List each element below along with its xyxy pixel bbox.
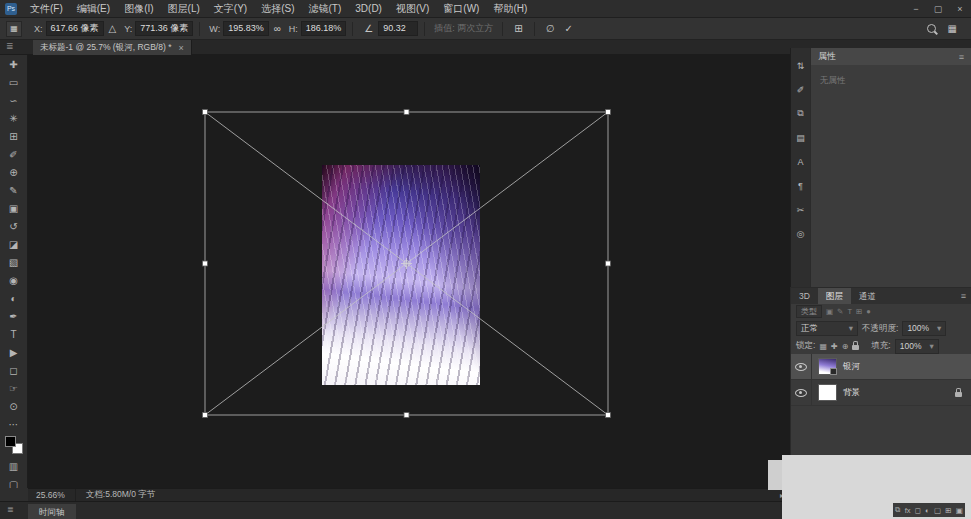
width-input[interactable]: 195.83% <box>223 21 269 36</box>
lock-all-icon[interactable] <box>852 345 859 350</box>
transform-handle[interactable] <box>404 413 409 418</box>
tab-channels[interactable]: 通道 <box>851 288 884 304</box>
link-layers-icon[interactable]: ⧉ <box>895 505 900 515</box>
close-button[interactable]: × <box>949 0 971 18</box>
transform-handle[interactable] <box>203 110 208 115</box>
quick-mask-button[interactable]: ▥ <box>0 457 28 475</box>
layer-name[interactable]: 银河 <box>843 361 860 373</box>
adjustment-layer-icon[interactable]: ◐ <box>925 506 930 515</box>
menu-file[interactable]: 文件(F) <box>23 0 70 18</box>
timeline-menu-icon[interactable]: ≣ <box>7 505 14 514</box>
x-input[interactable]: 617.66 像素 <box>46 21 104 36</box>
layer-row-galaxy[interactable]: 银河 <box>791 354 971 380</box>
clone-source-panel-icon[interactable]: ⧉ <box>793 106 809 121</box>
angle-input[interactable]: 90.32 <box>378 21 418 36</box>
move-tool[interactable]: ✚ <box>0 55 28 73</box>
tab-bar-menu-icon[interactable]: ≣ <box>6 41 14 51</box>
hand-tool[interactable]: ☞ <box>0 379 28 397</box>
filter-type-icon[interactable]: T <box>847 307 852 316</box>
foreground-color-swatch[interactable] <box>5 436 16 447</box>
zoom-tool[interactable]: ⊙ <box>0 397 28 415</box>
lock-transparency-icon[interactable]: ▦ <box>819 342 827 351</box>
path-selection-tool[interactable]: ▶ <box>0 343 28 361</box>
new-layer-icon[interactable]: ⊞ <box>945 506 951 515</box>
document-tab[interactable]: 未标题-1 @ 25.7% (银河, RGB/8) * × <box>33 40 192 55</box>
fill-dropdown[interactable]: 100% ▾ <box>895 339 939 354</box>
lasso-tool[interactable]: ∽ <box>0 91 28 109</box>
y-input[interactable]: 771.36 像素 <box>135 21 193 36</box>
blur-tool[interactable]: ◉ <box>0 271 28 289</box>
opacity-dropdown[interactable]: 100% ▾ <box>902 321 946 336</box>
layer-effects-icon[interactable]: fx <box>905 506 911 515</box>
marquee-tool[interactable]: ▭ <box>0 73 28 91</box>
lock-image-icon[interactable]: ⊕ <box>842 342 849 351</box>
relative-position-icon[interactable]: △ <box>109 23 117 34</box>
edit-toolbar-button[interactable]: ⋯ <box>0 415 28 433</box>
commit-transform-button[interactable]: ✓ <box>564 23 572 34</box>
height-input[interactable]: 186.18% <box>301 21 347 36</box>
shape-tool[interactable]: ◻ <box>0 361 28 379</box>
pen-tool[interactable]: ✒ <box>0 307 28 325</box>
panel-menu-icon[interactable]: ≡ <box>959 52 964 62</box>
panel-menu-icon[interactable]: ≡ <box>961 291 971 301</box>
brush-tool[interactable]: ✎ <box>0 181 28 199</box>
history-brush-tool[interactable]: ↺ <box>0 217 28 235</box>
history-panel-icon[interactable]: ⇅ <box>793 58 809 73</box>
transform-handle[interactable] <box>203 413 208 418</box>
foreground-background-swatches[interactable] <box>0 433 28 457</box>
minimize-button[interactable]: − <box>905 0 927 18</box>
dodge-tool[interactable]: ◐ <box>0 289 28 307</box>
cancel-transform-button[interactable]: ∅ <box>546 23 555 34</box>
transform-handle[interactable] <box>606 261 611 266</box>
link-dimensions-icon[interactable]: ∞ <box>274 23 281 34</box>
type-tool[interactable]: T <box>0 325 28 343</box>
reference-point-icon[interactable]: ▦ <box>6 21 22 37</box>
menu-window[interactable]: 窗口(W) <box>436 0 486 18</box>
zoom-level-field[interactable]: 25.66% <box>28 490 75 500</box>
transform-handle[interactable] <box>404 110 409 115</box>
quick-selection-tool[interactable]: ✳ <box>0 109 28 127</box>
filter-pixel-icon[interactable]: ▣ <box>826 307 833 316</box>
filter-shape-icon[interactable]: ⊞ <box>856 307 862 316</box>
eraser-tool[interactable]: ◪ <box>0 235 28 253</box>
timeline-tab[interactable]: 时间轴 <box>28 504 76 519</box>
menu-help[interactable]: 帮助(H) <box>486 0 534 18</box>
transform-reference-point[interactable] <box>401 258 412 269</box>
layer-row-background[interactable]: 背景 <box>791 380 971 406</box>
menu-image[interactable]: 图像(I) <box>117 0 160 18</box>
menu-view[interactable]: 视图(V) <box>389 0 436 18</box>
restore-button[interactable]: ▢ <box>927 0 949 18</box>
healing-brush-tool[interactable]: ⊕ <box>0 163 28 181</box>
lock-position-icon[interactable]: ✚ <box>831 342 838 351</box>
menu-filter[interactable]: 滤镜(T) <box>302 0 349 18</box>
transform-handle[interactable] <box>606 110 611 115</box>
tab-close-icon[interactable]: × <box>178 43 183 53</box>
blend-mode-dropdown[interactable]: 正常 ▾ <box>796 321 858 336</box>
search-icon[interactable] <box>927 24 936 33</box>
eyedropper-tool[interactable]: ✐ <box>0 145 28 163</box>
layer-group-icon[interactable]: ▢ <box>934 506 941 515</box>
filter-adjustment-icon[interactable]: ✎ <box>837 307 843 316</box>
menu-select[interactable]: 选择(S) <box>254 0 301 18</box>
workspace-switcher-icon[interactable]: ▦ <box>948 23 957 34</box>
paragraph-panel-icon[interactable]: ¶ <box>793 178 809 193</box>
menu-layer[interactable]: 图层(L) <box>161 0 207 18</box>
tab-3d[interactable]: 3D <box>791 288 818 304</box>
delete-layer-icon[interactable]: ▣ <box>956 506 963 515</box>
menu-type[interactable]: 文字(Y) <box>207 0 254 18</box>
layer-name[interactable]: 背景 <box>843 387 860 399</box>
info-panel-icon[interactable]: ◎ <box>793 226 809 241</box>
menu-edit[interactable]: 编辑(E) <box>70 0 117 18</box>
libraries-panel-icon[interactable]: ✂ <box>793 202 809 217</box>
character-panel-icon[interactable]: A <box>793 154 809 169</box>
tab-layers[interactable]: 图层 <box>818 288 851 304</box>
layer-thumbnail[interactable] <box>818 384 837 401</box>
warp-mode-icon[interactable]: ⊞ <box>514 23 522 34</box>
adjustments-panel-icon[interactable]: ▤ <box>793 130 809 145</box>
visibility-toggle[interactable] <box>791 354 812 379</box>
visibility-toggle[interactable] <box>791 380 812 405</box>
transform-handle[interactable] <box>606 413 611 418</box>
gradient-tool[interactable]: ▧ <box>0 253 28 271</box>
transform-handle[interactable] <box>203 261 208 266</box>
layer-thumbnail[interactable] <box>818 358 837 375</box>
